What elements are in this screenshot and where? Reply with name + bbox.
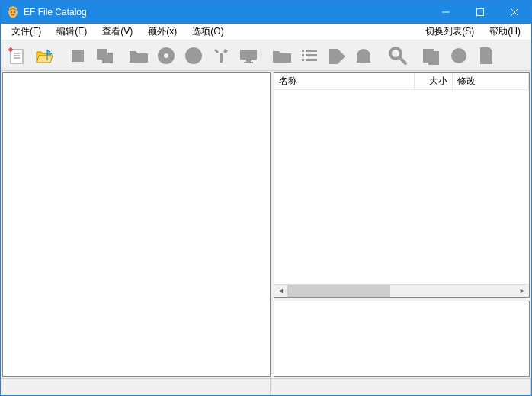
menu-edit[interactable]: 编辑(E)	[49, 24, 95, 40]
list-pane[interactable]: 名称 大小 修改 ◄ ►	[274, 72, 530, 298]
right-column: 名称 大小 修改 ◄ ►	[274, 72, 530, 377]
content-area: 名称 大小 修改 ◄ ►	[1, 71, 531, 378]
toolbar-scan-folder-button[interactable]	[126, 43, 152, 69]
columns-header: 名称 大小 修改	[274, 73, 529, 90]
toolbar-search-button[interactable]	[385, 43, 411, 69]
scroll-thumb[interactable]	[287, 285, 390, 298]
tree-pane[interactable]	[2, 72, 271, 377]
menubar: 文件(F) 编辑(E) 查看(V) 额外(x) 选项(O) 切换列表(S) 帮助…	[1, 24, 531, 40]
scroll-right-button[interactable]: ►	[516, 285, 529, 298]
details-pane[interactable]	[274, 301, 530, 377]
toolbar-tools-button[interactable]	[208, 43, 234, 69]
scroll-left-button[interactable]: ◄	[274, 285, 287, 298]
toolbar-disc-button[interactable]	[181, 43, 207, 69]
svg-point-19	[185, 47, 202, 64]
toolbar-page-button[interactable]	[473, 43, 499, 69]
close-button[interactable]	[497, 1, 531, 24]
column-modified[interactable]: 修改	[453, 73, 529, 89]
svg-point-1	[14, 11, 15, 13]
svg-line-30	[399, 57, 405, 63]
toolbar-sheets-button[interactable]	[418, 43, 444, 69]
toolbar-label-button[interactable]	[351, 43, 377, 69]
svg-rect-26	[306, 54, 317, 56]
scroll-track[interactable]	[287, 285, 516, 298]
svg-rect-16	[102, 53, 113, 63]
toolbar-stop-button[interactable]	[65, 43, 91, 69]
toolbar-circle-button[interactable]	[446, 43, 472, 69]
toolbar-tag-button[interactable]	[324, 43, 350, 69]
column-name[interactable]: 名称	[274, 73, 415, 89]
toolbar-new-catalog-button[interactable]	[4, 43, 30, 69]
menu-switch-list[interactable]: 切换列表(S)	[418, 24, 482, 40]
status-left	[1, 379, 271, 395]
menu-file[interactable]: 文件(F)	[4, 24, 49, 40]
window-controls	[428, 1, 531, 24]
svg-rect-32	[428, 51, 439, 65]
svg-rect-20	[240, 50, 257, 60]
svg-rect-14	[72, 50, 84, 62]
horizontal-scrollbar[interactable]: ◄ ►	[274, 284, 529, 297]
svg-rect-21	[246, 60, 251, 62]
toolbar-folder-button[interactable]	[269, 43, 295, 69]
menu-extra[interactable]: 额外(x)	[140, 24, 184, 40]
toolbar	[1, 40, 531, 71]
svg-rect-6	[11, 50, 23, 63]
column-size[interactable]: 大小	[415, 73, 453, 89]
toolbar-open-button[interactable]	[31, 43, 57, 69]
titlebar[interactable]: EF File Catalog	[1, 1, 531, 24]
toolbar-copy-button[interactable]	[92, 43, 118, 69]
svg-rect-28	[306, 59, 317, 61]
svg-rect-25	[302, 54, 304, 56]
minimize-button[interactable]	[428, 1, 463, 24]
maximize-button[interactable]	[463, 1, 497, 24]
svg-rect-23	[302, 50, 304, 52]
toolbar-scan-disc-button[interactable]	[153, 43, 179, 69]
toolbar-display-button[interactable]	[236, 43, 261, 69]
status-right	[271, 379, 531, 395]
svg-point-18	[164, 53, 168, 58]
menu-help[interactable]: 帮助(H)	[482, 24, 528, 40]
svg-rect-24	[306, 50, 317, 52]
list-body[interactable]	[274, 90, 529, 284]
svg-point-0	[11, 11, 12, 13]
svg-rect-22	[244, 62, 253, 63]
svg-point-33	[451, 48, 466, 63]
window-title: EF File Catalog	[24, 7, 428, 18]
menu-view[interactable]: 查看(V)	[95, 24, 140, 40]
main-window: EF File Catalog 文件(F) 编辑(E) 查看(V) 额外(x) …	[0, 0, 532, 396]
svg-rect-3	[476, 9, 483, 16]
statusbar	[1, 378, 531, 395]
menu-options[interactable]: 选项(O)	[184, 24, 231, 40]
app-icon	[7, 6, 19, 18]
toolbar-list-button[interactable]	[296, 43, 322, 69]
svg-rect-27	[302, 59, 304, 61]
